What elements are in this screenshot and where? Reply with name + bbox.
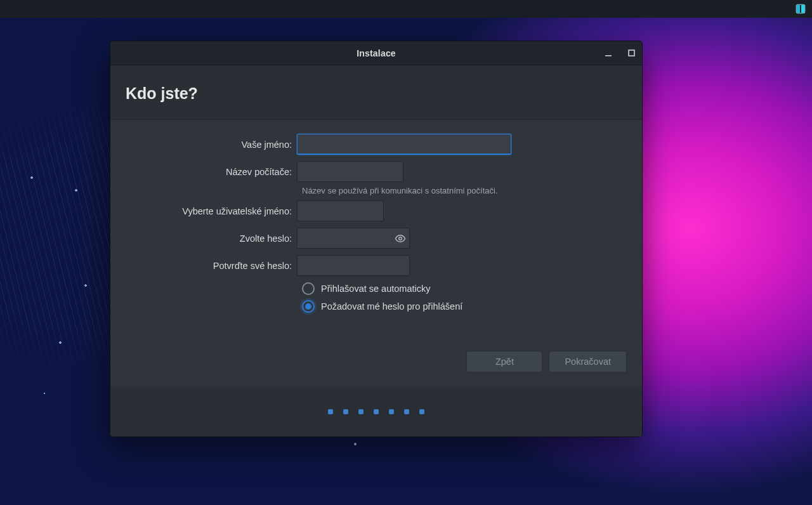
titlebar[interactable]: Instalace	[110, 41, 642, 65]
name-input[interactable]	[297, 134, 511, 155]
continue-button[interactable]: Pokračovat	[549, 351, 627, 372]
show-password-button[interactable]	[392, 228, 409, 249]
confirm-label: Potvrďte své heslo:	[126, 261, 297, 271]
username-label: Vyberte uživatelské jméno:	[126, 206, 297, 216]
step-dot	[389, 409, 394, 414]
step-dot	[374, 409, 379, 414]
require-password-label: Požadovat mé heslo pro přihlášení	[321, 301, 462, 312]
step-dot	[404, 409, 409, 414]
top-panel	[0, 0, 812, 18]
svg-rect-4	[629, 50, 634, 56]
back-button[interactable]: Zpět	[466, 351, 542, 372]
username-input[interactable]	[297, 200, 384, 221]
step-dot	[419, 409, 424, 414]
installer-indicator-icon[interactable]	[794, 3, 807, 15]
radio-icon	[302, 300, 315, 313]
auto-login-option[interactable]: Přihlašovat se automaticky	[302, 282, 627, 295]
minimize-button[interactable]	[603, 48, 614, 59]
auto-login-label: Přihlašovat se automaticky	[321, 284, 430, 294]
installer-window: Instalace Kdo jste? Vaše jméno: Název po…	[110, 41, 643, 437]
hostname-hint: Název se používá při komunikaci s ostatn…	[302, 186, 627, 195]
password-label: Zvolte heslo:	[126, 233, 297, 244]
step-dot	[358, 409, 363, 414]
maximize-button[interactable]	[625, 48, 637, 59]
page-header: Kdo jste?	[110, 65, 642, 120]
confirm-password-input[interactable]	[297, 255, 410, 276]
hostname-label: Název počítače:	[126, 167, 297, 177]
step-dot	[328, 409, 333, 414]
svg-rect-1	[801, 5, 804, 13]
radio-icon	[302, 282, 315, 295]
name-label: Vaše jméno:	[126, 140, 297, 150]
svg-rect-3	[605, 55, 612, 56]
progress-dots	[110, 386, 642, 436]
window-title: Instalace	[357, 48, 396, 58]
hostname-input[interactable]	[297, 161, 403, 182]
user-form: Vaše jméno: Název počítače: Název se pou…	[110, 120, 642, 329]
login-option-group: Přihlašovat se automaticky Požadovat mé …	[302, 282, 627, 313]
require-password-option[interactable]: Požadovat mé heslo pro přihlášení	[302, 300, 627, 313]
step-dot	[343, 409, 348, 414]
nav-buttons: Zpět Pokračovat	[110, 329, 642, 386]
window-controls	[603, 41, 637, 65]
page-title: Kdo jste?	[126, 84, 627, 103]
svg-rect-0	[797, 5, 800, 13]
svg-point-5	[399, 237, 402, 240]
